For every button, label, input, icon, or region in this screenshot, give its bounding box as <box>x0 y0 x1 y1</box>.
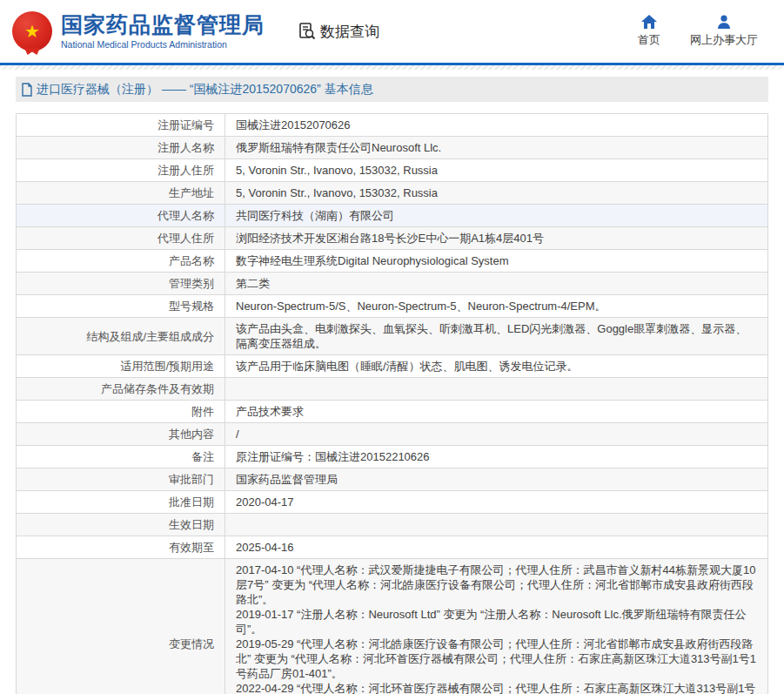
row-label: 适用范围/预期用途 <box>17 355 225 378</box>
row-label: 有效期至 <box>17 536 225 559</box>
row-value: 该产品用于临床脑电图（睡眠/清醒）状态、肌电图、诱发电位记录。 <box>225 355 768 378</box>
row-label: 管理类别 <box>17 273 225 295</box>
table-row: 注册人住所5, Voronin Str., Ivanovo, 153032, R… <box>17 159 768 182</box>
nmpa-logo-icon[interactable]: ★ <box>12 11 52 51</box>
nav-item-home[interactable]: 首页 <box>638 15 660 48</box>
row-label: 代理人住所 <box>17 227 225 250</box>
row-value: 共同医疗科技（湖南）有限公司 <box>225 205 768 227</box>
row-label: 其他内容 <box>17 423 225 446</box>
row-label: 变更情况 <box>17 559 225 694</box>
table-row: 附件产品技术要求 <box>17 401 768 423</box>
row-value: 国家药品监督管理局 <box>225 468 768 491</box>
table-row: 管理类别第二类 <box>17 273 768 295</box>
row-value: / <box>225 423 768 446</box>
table-row: 代理人住所浏阳经济技术开发区湘台路18号长沙E中心一期A1栋4层401号 <box>17 227 768 250</box>
row-value: 原注册证编号：国械注进20152210626 <box>225 446 768 468</box>
row-label: 产品名称 <box>17 250 225 273</box>
table-row: 备注原注册证编号：国械注进20152210626 <box>17 446 768 468</box>
row-label: 附件 <box>17 401 225 423</box>
row-value: 第二类 <box>225 273 768 295</box>
row-label: 备注 <box>17 446 225 468</box>
header-nav: 首页 网上办事大厅 <box>638 15 772 48</box>
breadcrumb-text: 进口医疗器械（注册） —— “国械注进20152070626” 基本信息 <box>37 82 373 98</box>
row-label: 审批部门 <box>17 468 225 491</box>
table-row: 适用范围/预期用途该产品用于临床脑电图（睡眠/清醒）状态、肌电图、诱发电位记录。 <box>17 355 768 378</box>
table-row: 批准日期2020-04-17 <box>17 491 768 514</box>
row-value: 2017-04-10 “代理人名称：武汉爱斯捷捷电子有限公司；代理人住所：武昌市… <box>225 559 768 694</box>
row-value: 数字神经电生理系统Digital Neurophysiological Syst… <box>225 250 768 273</box>
data-query-tab[interactable]: 数据查询 <box>298 22 379 42</box>
table-row: 代理人名称共同医疗科技（湖南）有限公司 <box>17 205 768 227</box>
row-value: 2025-04-16 <box>225 536 768 559</box>
row-value: 浏阳经济技术开发区湘台路18号长沙E中心一期A1栋4层401号 <box>225 227 768 250</box>
table-row: 产品储存条件及有效期 <box>17 378 768 401</box>
table-row: 审批部门国家药品监督管理局 <box>17 468 768 491</box>
hatch-divider <box>0 65 784 70</box>
table-row: 生产地址5, Voronin Str., Ivanovo, 153032, Ru… <box>17 182 768 205</box>
row-label: 生产地址 <box>17 182 225 205</box>
breadcrumb: 进口医疗器械（注册） —— “国械注进20152070626” 基本信息 <box>16 77 768 102</box>
user-icon <box>716 15 732 29</box>
row-value: 2020-04-17 <box>225 491 768 514</box>
registration-info-table: 注册证编号国械注进20152070626注册人名称俄罗斯纽瑞特有限责任公司Neu… <box>16 113 768 694</box>
home-icon <box>641 15 657 29</box>
table-row: 产品名称数字神经电生理系统Digital Neurophysiological … <box>17 250 768 273</box>
row-value: Neuron-Spectrum-5/S、Neuron-Spectrum-5、Ne… <box>225 295 768 318</box>
site-subtitle: National Medical Products Administration <box>61 39 265 50</box>
nav-item-service-hall[interactable]: 网上办事大厅 <box>690 15 758 48</box>
row-label: 注册人名称 <box>17 137 225 159</box>
row-value: 国械注进20152070626 <box>225 114 768 137</box>
row-label: 生效日期 <box>17 514 225 536</box>
nav-label-service-hall: 网上办事大厅 <box>690 32 758 48</box>
table-row: 变更情况2017-04-10 “代理人名称：武汉爱斯捷捷电子有限公司；代理人住所… <box>17 559 768 694</box>
row-label: 结构及组成/主要组成成分 <box>17 318 225 355</box>
table-row: 型号规格Neuron-Spectrum-5/S、Neuron-Spectrum-… <box>17 295 768 318</box>
document-icon <box>21 83 33 97</box>
site-title: 国家药品监督管理局 <box>61 13 265 37</box>
row-value: 该产品由头盒、电刺激探头、血氧探头、听刺激耳机、LED闪光刺激器、Goggle眼… <box>225 318 768 355</box>
nav-label-home: 首页 <box>638 32 660 48</box>
row-label: 代理人名称 <box>17 205 225 227</box>
table-row: 注册人名称俄罗斯纽瑞特有限责任公司Neurosoft Llc. <box>17 137 768 159</box>
row-label: 产品储存条件及有效期 <box>17 378 225 401</box>
row-value <box>225 378 768 401</box>
table-row: 生效日期 <box>17 514 768 536</box>
table-row: 有效期至2025-04-16 <box>17 536 768 559</box>
data-query-label: 数据查询 <box>320 22 379 42</box>
page-header: ★ 国家药品监督管理局 National Medical Products Ad… <box>0 0 784 63</box>
row-label: 批准日期 <box>17 491 225 514</box>
row-label: 注册证编号 <box>17 114 225 137</box>
row-label: 型号规格 <box>17 295 225 318</box>
brand-block: 国家药品监督管理局 National Medical Products Admi… <box>61 13 265 50</box>
row-value: 俄罗斯纽瑞特有限责任公司Neurosoft Llc. <box>225 137 768 159</box>
data-query-icon <box>298 22 317 41</box>
row-label: 注册人住所 <box>17 159 225 182</box>
table-row: 其他内容/ <box>17 423 768 446</box>
table-row: 注册证编号国械注进20152070626 <box>17 114 768 137</box>
row-value: 5, Voronin Str., Ivanovo, 153032, Russia <box>225 182 768 205</box>
row-value: 5, Voronin Str., Ivanovo, 153032, Russia <box>225 159 768 182</box>
row-value: 产品技术要求 <box>225 401 768 423</box>
table-row: 结构及组成/主要组成成分该产品由头盒、电刺激探头、血氧探头、听刺激耳机、LED闪… <box>17 318 768 355</box>
row-value <box>225 514 768 536</box>
